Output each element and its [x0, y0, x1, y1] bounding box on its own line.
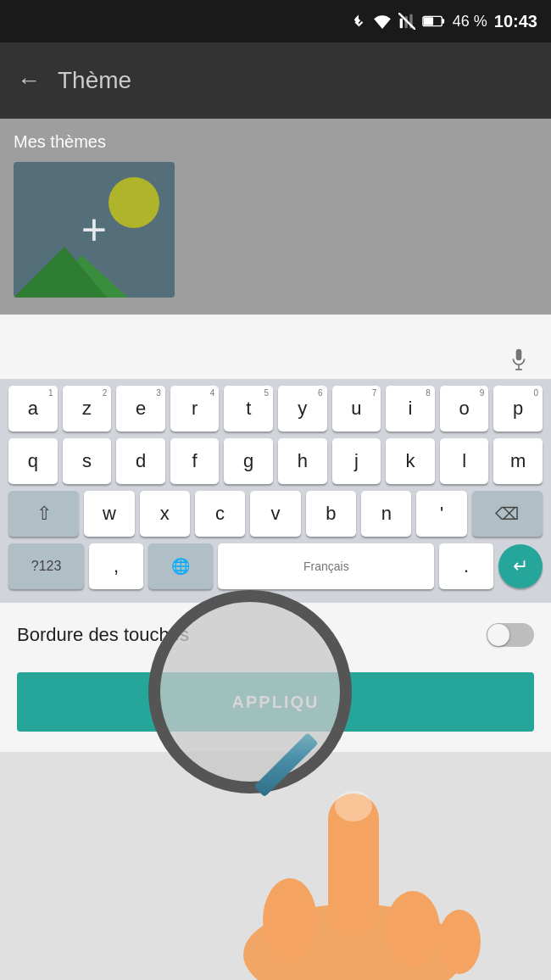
key-row-1: 1a 2z 3e 4r 5t 6y 7u 8i 9o 0p: [8, 386, 543, 432]
key-s[interactable]: s: [63, 438, 112, 484]
apply-button[interactable]: APPLIQU: [17, 672, 534, 732]
key-a[interactable]: 1a: [8, 386, 58, 432]
key-shift[interactable]: ⇧: [8, 491, 79, 537]
key-period[interactable]: .: [439, 543, 493, 589]
add-theme-icon: +: [81, 204, 107, 255]
svg-rect-11: [328, 793, 379, 938]
key-r[interactable]: 4r: [170, 386, 220, 432]
status-bar: 46 % 10:43: [0, 0, 551, 42]
key-e[interactable]: 3e: [116, 386, 165, 432]
svg-rect-7: [516, 349, 522, 360]
back-button[interactable]: ←: [17, 67, 41, 94]
key-u[interactable]: 7u: [332, 386, 381, 432]
svg-rect-8: [518, 365, 520, 369]
toggle-row: Bordure des touches: [17, 623, 534, 647]
svg-point-14: [386, 891, 440, 967]
key-x[interactable]: x: [140, 491, 190, 537]
key-h[interactable]: h: [278, 438, 327, 484]
key-v[interactable]: v: [250, 491, 300, 537]
key-g[interactable]: g: [224, 438, 273, 484]
key-numbers[interactable]: ?123: [8, 543, 84, 589]
keyboard-top-row: [0, 338, 551, 379]
toggle-label: Bordure des touches: [17, 624, 189, 646]
key-globe[interactable]: 🌐: [148, 543, 213, 589]
key-p[interactable]: 0p: [493, 386, 543, 432]
mic-icon[interactable]: [504, 345, 534, 376]
svg-point-12: [335, 791, 372, 821]
svg-point-15: [438, 910, 481, 974]
key-m[interactable]: m: [493, 438, 543, 484]
apply-button-text: APPLIQU: [232, 693, 320, 712]
key-l[interactable]: l: [440, 438, 489, 484]
top-bar: ← Thème: [0, 42, 551, 119]
svg-rect-5: [442, 19, 444, 24]
key-delete[interactable]: ⌫: [472, 491, 543, 537]
toggle-knob: [487, 624, 509, 646]
key-w[interactable]: w: [84, 491, 134, 537]
key-row-2: q s d f g h j k l m: [8, 438, 543, 484]
svg-point-13: [263, 878, 317, 963]
key-enter[interactable]: ↵: [498, 544, 543, 588]
sun-decoration: [109, 177, 159, 228]
key-d[interactable]: d: [116, 438, 165, 484]
battery-text: 46 %: [453, 13, 487, 31]
keyboard-container: 1a 2z 3e 4r 5t 6y 7u 8i 9o 0p q s d f g …: [0, 331, 551, 603]
separator: [0, 315, 551, 331]
key-c[interactable]: c: [195, 491, 245, 537]
key-apostrophe[interactable]: ': [416, 491, 466, 537]
status-icons: 46 % 10:43: [351, 12, 537, 31]
add-theme-card[interactable]: +: [14, 162, 175, 298]
key-o[interactable]: 9o: [440, 386, 489, 432]
key-i[interactable]: 8i: [386, 386, 435, 432]
keyboard-keys: 1a 2z 3e 4r 5t 6y 7u 8i 9o 0p q s d f g …: [0, 379, 551, 603]
key-comma[interactable]: ,: [89, 543, 143, 589]
key-row-4: ?123 , 🌐 Français . ↵: [8, 543, 543, 589]
signal-icon: [398, 13, 415, 30]
key-t[interactable]: 5t: [224, 386, 273, 432]
key-y[interactable]: 6y: [278, 386, 327, 432]
section-title: Mes thèmes: [14, 132, 537, 152]
svg-rect-0: [399, 19, 402, 29]
battery-icon: [422, 14, 446, 28]
clock: 10:43: [494, 12, 537, 31]
svg-point-10: [243, 904, 464, 980]
key-q[interactable]: q: [8, 438, 58, 484]
svg-rect-6: [424, 17, 433, 25]
key-row-3: ⇧ w x c v b n ' ⌫: [8, 491, 543, 537]
bottom-content: Bordure des touches APPLIQU: [0, 603, 551, 752]
bluetooth-icon: [351, 12, 366, 31]
key-j[interactable]: j: [332, 438, 381, 484]
key-space[interactable]: Français: [218, 543, 434, 589]
wifi-icon: [373, 14, 392, 29]
key-z[interactable]: 2z: [63, 386, 112, 432]
key-n[interactable]: n: [361, 491, 411, 537]
toggle-switch[interactable]: [487, 623, 534, 647]
key-f[interactable]: f: [170, 438, 220, 484]
key-k[interactable]: k: [386, 438, 435, 484]
page-title: Thème: [58, 67, 131, 94]
content-area: Mes thèmes +: [0, 119, 551, 315]
key-b[interactable]: b: [306, 491, 356, 537]
svg-rect-9: [515, 369, 522, 370]
